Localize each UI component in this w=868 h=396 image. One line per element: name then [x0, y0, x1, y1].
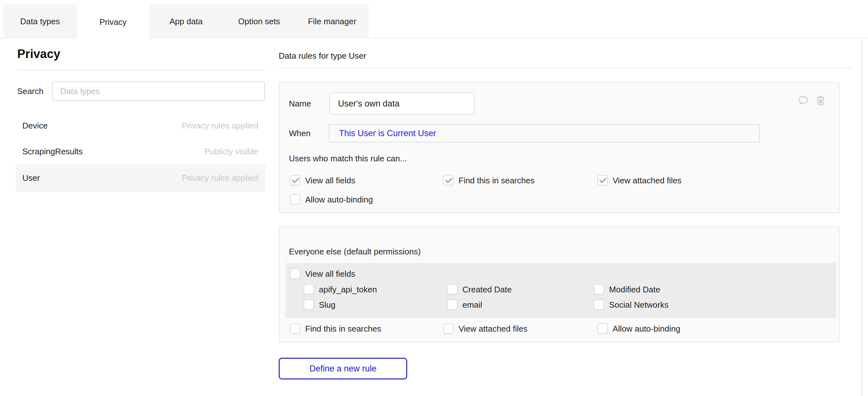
checkbox-box	[290, 323, 300, 334]
checkbox-box	[304, 284, 314, 295]
tab-option-sets[interactable]: Option sets	[223, 4, 296, 38]
tab-file-manager[interactable]: File manager	[296, 4, 369, 38]
rule-name-input[interactable]	[329, 92, 474, 115]
checkbox-field-created-date[interactable]: Created Date	[447, 284, 512, 295]
rule-card: Name When This User is Current User User…	[279, 82, 840, 213]
page-title: Privacy	[17, 47, 60, 61]
checkbox-view-attached-files[interactable]: View attached files	[597, 175, 681, 186]
default-permissions-title: Everyone else (default permissions)	[289, 247, 421, 257]
checkbox-box	[597, 175, 608, 186]
fields-section: View all fields apify_api_token Created …	[286, 263, 836, 318]
privacy-status: Privacy rules applied	[182, 173, 258, 183]
checkbox-view-attached-files-default[interactable]: View attached files	[443, 323, 527, 334]
match-rule-caption: Users who match this rule can...	[289, 154, 407, 163]
default-permissions-card: Everyone else (default permissions) View…	[279, 226, 840, 342]
checkbox-field-slug[interactable]: Slug	[304, 299, 336, 310]
checkbox-box	[597, 323, 608, 334]
checkbox-label: email	[462, 299, 482, 310]
checkbox-box	[290, 194, 300, 205]
checkbox-box	[447, 284, 458, 295]
data-type-name: ScrapingResults	[22, 147, 83, 157]
checkbox-box	[290, 269, 300, 279]
when-label: When	[289, 124, 311, 143]
data-rules-header: Data rules for type User	[279, 51, 366, 61]
checkbox-label: Allow auto-binding	[613, 323, 680, 334]
checkbox-field-social-networks[interactable]: Social Networks	[594, 299, 669, 310]
checkbox-label: Created Date	[462, 284, 512, 295]
checkbox-label: View attached files	[459, 323, 527, 334]
privacy-status: Privacy rules applied	[182, 121, 258, 131]
privacy-settings-page: Data types Privacy App data Option sets …	[0, 0, 868, 396]
checkbox-label: View all fields	[305, 175, 355, 186]
define-new-rule-button[interactable]: Define a new rule	[279, 358, 407, 379]
tab-bar: Data types Privacy App data Option sets …	[3, 4, 369, 39]
tab-label: App data	[169, 17, 203, 27]
checkbox-find-in-searches[interactable]: Find this in searches	[443, 175, 534, 186]
trash-icon[interactable]	[814, 94, 827, 106]
checkbox-box	[443, 175, 454, 186]
search-label: Search	[17, 81, 43, 101]
checkbox-field-modified-date[interactable]: Modified Date	[594, 284, 660, 295]
checkbox-label: Modified Date	[609, 284, 660, 295]
checkbox-box	[594, 299, 604, 310]
checkbox-label: View attached files	[613, 175, 681, 186]
checkbox-label: Find this in searches	[459, 175, 534, 186]
checkbox-box	[443, 323, 454, 334]
tab-label: Privacy	[99, 17, 127, 27]
search-input[interactable]	[52, 81, 265, 101]
checkbox-allow-auto-binding-default[interactable]: Allow auto-binding	[597, 323, 680, 334]
data-type-name: Device	[22, 121, 48, 131]
checkbox-box	[447, 299, 458, 310]
tab-privacy[interactable]: Privacy	[76, 4, 150, 39]
tab-label: Data types	[20, 17, 60, 27]
sidebar-divider	[17, 70, 265, 70]
checkbox-find-in-searches-default[interactable]: Find this in searches	[290, 323, 381, 334]
checkbox-label: Find this in searches	[305, 323, 381, 334]
main-divider	[279, 68, 852, 68]
checkbox-label: Slug	[319, 299, 336, 310]
checkbox-view-all-fields-default[interactable]: View all fields	[290, 269, 355, 279]
data-type-list: Device Privacy rules applied ScrapingRes…	[16, 113, 265, 192]
scrollbar-track[interactable]	[862, 38, 862, 396]
checkbox-field-email[interactable]: email	[447, 299, 482, 310]
checkbox-field-apify-api-token[interactable]: apify_api_token	[304, 284, 377, 295]
checkbox-label: apify_api_token	[319, 284, 377, 295]
checkbox-label: Social Networks	[609, 299, 669, 310]
checkbox-box	[290, 175, 300, 186]
checkbox-label: Allow auto-binding	[305, 194, 373, 205]
list-item-scrapingresults[interactable]: ScrapingResults Publicly visible	[16, 139, 265, 164]
list-item-device[interactable]: Device Privacy rules applied	[16, 113, 265, 139]
tab-data-types[interactable]: Data types	[3, 4, 76, 38]
checkbox-view-all-fields[interactable]: View all fields	[290, 175, 355, 186]
tab-app-data[interactable]: App data	[150, 4, 223, 38]
list-item-user[interactable]: User Privacy rules applied	[16, 164, 265, 192]
privacy-status: Publicly visible	[205, 147, 258, 157]
tab-label: File manager	[308, 17, 356, 27]
when-condition-expression: This User is Current User	[339, 128, 436, 139]
checkbox-allow-auto-binding[interactable]: Allow auto-binding	[290, 194, 373, 205]
name-label: Name	[289, 92, 311, 115]
checkbox-box	[304, 299, 314, 310]
checkbox-label: View all fields	[305, 269, 355, 279]
checkbox-box	[594, 284, 604, 295]
comment-bubble-icon[interactable]	[797, 94, 809, 106]
tab-label: Option sets	[238, 17, 280, 27]
data-type-name: User	[22, 173, 40, 183]
when-condition-box[interactable]: This User is Current User	[329, 124, 760, 143]
